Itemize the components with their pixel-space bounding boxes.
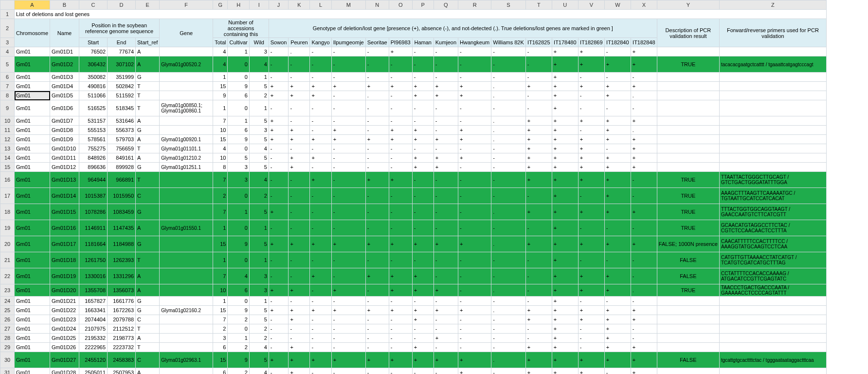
row-head[interactable]: 27 xyxy=(0,324,15,334)
cell-W21[interactable]: - xyxy=(604,252,631,268)
cell-C28[interactable]: 2195332 xyxy=(79,334,108,343)
cell-G11[interactable]: 10 xyxy=(213,126,228,135)
cell-V19[interactable]: - xyxy=(578,220,604,236)
cell-E25[interactable]: G xyxy=(136,306,160,315)
cell-M23[interactable]: + xyxy=(331,284,365,297)
cell-B6[interactable]: Gm01D3 xyxy=(50,73,79,82)
cell-X30[interactable]: + xyxy=(631,352,657,368)
cell-G14[interactable]: 10 xyxy=(213,153,228,163)
cell-N5[interactable]: - xyxy=(365,56,389,73)
cell-Y8[interactable] xyxy=(657,91,719,100)
cell-L15[interactable]: - xyxy=(310,163,331,172)
col-head-R[interactable]: R xyxy=(458,0,491,10)
cell-H21[interactable]: 0 xyxy=(228,252,249,268)
cell-H5[interactable]: 0 xyxy=(228,56,249,73)
col-head-V[interactable]: V xyxy=(578,0,604,10)
cell-E11[interactable]: G xyxy=(136,126,160,135)
cell-H8[interactable]: 6 xyxy=(228,91,249,100)
row-head[interactable]: 10 xyxy=(0,116,15,126)
cell-K9[interactable]: - xyxy=(289,100,310,116)
cell-Q13[interactable]: - xyxy=(434,144,458,153)
col-head-Q[interactable]: Q xyxy=(434,0,458,10)
cell-D21[interactable]: 1262393 xyxy=(108,252,136,268)
cell-K7[interactable]: + xyxy=(289,82,310,91)
cell-I8[interactable]: 2 xyxy=(249,91,269,100)
data-row[interactable]: 30Gm01Gm01D2724551202458383CGlyma01g0296… xyxy=(0,352,827,368)
cell-N27[interactable]: - xyxy=(365,324,389,334)
cell-X29[interactable]: + xyxy=(631,343,657,352)
cell-G19[interactable]: 1 xyxy=(213,220,228,236)
cell-K5[interactable]: - xyxy=(289,56,310,73)
cell-B22[interactable]: Gm01D19 xyxy=(50,268,79,284)
cell-B14[interactable]: Gm01D11 xyxy=(50,153,79,163)
cell-X31[interactable]: + xyxy=(631,368,657,374)
cell-Z19[interactable]: GCAACATGTAGGCCTTCTAC / CGTCTCCAACAACTCCT… xyxy=(719,220,826,236)
cell-L31[interactable]: - xyxy=(310,368,331,374)
cell-H30[interactable]: 9 xyxy=(228,352,249,368)
cell-Q19[interactable]: - xyxy=(434,220,458,236)
cell-E6[interactable]: G xyxy=(136,73,160,82)
cell-D19[interactable]: 1147435 xyxy=(108,220,136,236)
cell-T24[interactable]: - xyxy=(525,297,552,306)
cell-Y7[interactable] xyxy=(657,82,719,91)
cell-Y29[interactable] xyxy=(657,343,719,352)
cell-V12[interactable]: + xyxy=(578,135,604,144)
cell-I10[interactable]: 5 xyxy=(249,116,269,126)
cell-I14[interactable]: 5 xyxy=(249,153,269,163)
col-head-corner[interactable] xyxy=(0,0,15,10)
cell-M14[interactable]: - xyxy=(331,153,365,163)
cell-M17[interactable]: - xyxy=(331,188,365,204)
cell-T15[interactable]: + xyxy=(525,163,552,172)
cell-J27[interactable]: - xyxy=(269,324,289,334)
cell-I13[interactable]: 4 xyxy=(249,144,269,153)
cell-C19[interactable]: 1146911 xyxy=(79,220,108,236)
cell-P30[interactable]: + xyxy=(412,352,434,368)
cell-M28[interactable]: - xyxy=(331,334,365,343)
cell-F16[interactable] xyxy=(160,172,213,188)
cell-C11[interactable]: 555153 xyxy=(79,126,108,135)
cell-Q4[interactable]: - xyxy=(434,47,458,56)
cell-R6[interactable]: - xyxy=(458,73,491,82)
cell-L8[interactable]: + xyxy=(310,91,331,100)
cell-E23[interactable]: A xyxy=(136,284,160,297)
cell-X24[interactable]: - xyxy=(631,297,657,306)
cell-H11[interactable]: 6 xyxy=(228,126,249,135)
cell-V21[interactable]: - xyxy=(578,252,604,268)
cell-J14[interactable]: - xyxy=(269,153,289,163)
cell-B25[interactable]: Gm01D22 xyxy=(50,306,79,315)
cell-O27[interactable]: - xyxy=(389,324,412,334)
cell-N24[interactable]: - xyxy=(365,297,389,306)
cell-H13[interactable]: 0 xyxy=(228,144,249,153)
cell-D14[interactable]: 849161 xyxy=(108,153,136,163)
cell-U16[interactable]: + xyxy=(552,172,578,188)
cell-K11[interactable]: + xyxy=(289,126,310,135)
cell-G21[interactable]: 1 xyxy=(213,252,228,268)
data-row[interactable]: 15Gm01Gm01D12896636899928GGlyma01g01251.… xyxy=(0,163,827,172)
row-head[interactable]: 17 xyxy=(0,188,15,204)
cell-J31[interactable]: - xyxy=(269,368,289,374)
cell-D25[interactable]: 1672263 xyxy=(108,306,136,315)
col-head-T[interactable]: T xyxy=(525,0,552,10)
cell-K14[interactable]: + xyxy=(289,153,310,163)
cell-E20[interactable]: G xyxy=(136,236,160,252)
cell-C24[interactable]: 1657827 xyxy=(79,297,108,306)
cell-C30[interactable]: 2455120 xyxy=(79,352,108,368)
cell-U15[interactable]: + xyxy=(552,163,578,172)
cell-M21[interactable]: - xyxy=(331,252,365,268)
cell-J17[interactable]: - xyxy=(269,188,289,204)
cell-R4[interactable]: - xyxy=(458,47,491,56)
cell-C16[interactable]: 964944 xyxy=(79,172,108,188)
cell-V30[interactable]: + xyxy=(578,352,604,368)
cell-C27[interactable]: 2107975 xyxy=(79,324,108,334)
cell-S25[interactable]: . xyxy=(491,306,526,315)
cell-H31[interactable]: 2 xyxy=(228,368,249,374)
cell-N15[interactable]: - xyxy=(365,163,389,172)
cell-I19[interactable]: 1 xyxy=(249,220,269,236)
col-head-W[interactable]: W xyxy=(604,0,631,10)
cell-U28[interactable]: + xyxy=(552,334,578,343)
cell-L20[interactable]: + xyxy=(310,236,331,252)
cell-M22[interactable]: - xyxy=(331,268,365,284)
cell-Y30[interactable]: FALSE xyxy=(657,352,719,368)
cell-M9[interactable]: - xyxy=(331,100,365,116)
cell-Z16[interactable]: TTAATTACTGGGCTTGCAGT / GTCTGACTGGGATATTT… xyxy=(719,172,826,188)
